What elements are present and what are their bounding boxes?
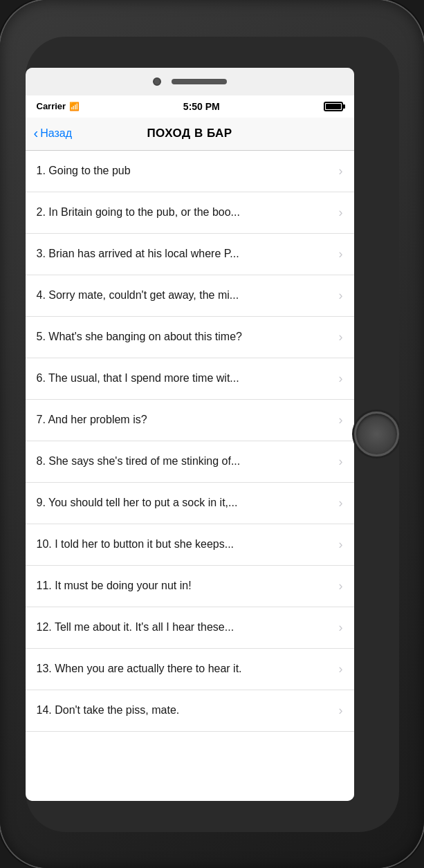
carrier-label: Carrier (37, 101, 66, 111)
list-item[interactable]: 3. Brian has arrived at his local where … (26, 234, 354, 275)
list-item-text: 9. You should tell her to put a sock in … (37, 497, 339, 509)
top-bar (26, 68, 354, 95)
list-item-chevron-icon: › (339, 496, 343, 510)
phone-frame: Carrier 📶 5:50 PM ‹ Назад ПОХОД В БАР (0, 0, 424, 868)
list-item-chevron-icon: › (339, 579, 343, 593)
battery-icon (324, 102, 343, 111)
status-carrier: Carrier 📶 (37, 101, 80, 111)
camera-icon (153, 77, 161, 86)
list-item-chevron-icon: › (339, 537, 343, 552)
list-item-text: 12. Tell me about it. It's all I hear th… (37, 621, 339, 634)
list-item-chevron-icon: › (339, 620, 343, 635)
speaker-icon (172, 79, 227, 84)
home-button-area (354, 403, 399, 465)
list-item-text: 10. I told her to button it but she keep… (37, 538, 339, 551)
list-item-text: 6. The usual, that I spend more time wit… (37, 372, 339, 385)
list-item-text: 13. When you are actually there to hear … (37, 663, 339, 675)
list-item-chevron-icon: › (339, 454, 343, 469)
list-item[interactable]: 8. She says she's tired of me stinking o… (26, 441, 354, 483)
list-item-chevron-icon: › (339, 413, 343, 427)
list-item-chevron-icon: › (339, 288, 343, 303)
list-item-text: 8. She says she's tired of me stinking o… (37, 455, 339, 468)
list-item-chevron-icon: › (339, 330, 343, 344)
list-item-text: 1. Going to the pub (37, 165, 339, 177)
status-time: 5:50 PM (183, 101, 220, 112)
status-right (324, 102, 343, 111)
list-item[interactable]: 5. What's she banging on about this time… (26, 317, 354, 358)
list-item[interactable]: 12. Tell me about it. It's all I hear th… (26, 607, 354, 649)
list-item-chevron-icon: › (339, 371, 343, 386)
list-item-text: 4. Sorry mate, couldn't get away, the mi… (37, 289, 339, 302)
list-item-chevron-icon: › (339, 164, 343, 178)
list-item-chevron-icon: › (339, 662, 343, 676)
screen: Carrier 📶 5:50 PM ‹ Назад ПОХОД В БАР (26, 68, 354, 801)
list-item[interactable]: 9. You should tell her to put a sock in … (26, 483, 354, 524)
page-title: ПОХОД В БАР (147, 127, 232, 140)
home-button[interactable] (354, 412, 399, 456)
list-item[interactable]: 6. The usual, that I spend more time wit… (26, 358, 354, 400)
list-item-text: 3. Brian has arrived at his local where … (37, 248, 339, 260)
list-item-text: 5. What's she banging on about this time… (37, 331, 339, 343)
list-item-chevron-icon: › (339, 205, 343, 220)
list-item[interactable]: 11. It must be doing your nut in!› (26, 566, 354, 607)
list-item[interactable]: 10. I told her to button it but she keep… (26, 524, 354, 566)
back-chevron-icon: ‹ (34, 125, 39, 141)
list-item[interactable]: 7. And her problem is?› (26, 400, 354, 441)
list-item-chevron-icon: › (339, 247, 343, 261)
list-item-text: 11. It must be doing your nut in! (37, 580, 339, 592)
list-item-text: 7. And her problem is? (37, 414, 339, 426)
list-item[interactable]: 4. Sorry mate, couldn't get away, the mi… (26, 275, 354, 317)
wifi-icon: 📶 (69, 102, 80, 111)
back-button[interactable]: ‹ Назад (34, 126, 73, 141)
list-item[interactable]: 2. In Britain going to the pub, or the b… (26, 192, 354, 234)
list-item-text: 14. Don't take the piss, mate. (37, 704, 339, 717)
list-item-text: 2. In Britain going to the pub, or the b… (37, 206, 339, 219)
back-label: Назад (40, 127, 72, 140)
battery-fill (326, 104, 341, 109)
list-item[interactable]: 14. Don't take the piss, mate.› (26, 690, 354, 732)
list-item[interactable]: 1. Going to the pub› (26, 151, 354, 192)
status-bar: Carrier 📶 5:50 PM (26, 95, 354, 118)
list-container: 1. Going to the pub›2. In Britain going … (26, 151, 354, 801)
list-item[interactable]: 13. When you are actually there to hear … (26, 649, 354, 690)
list-item-chevron-icon: › (339, 703, 343, 718)
phone-inner: Carrier 📶 5:50 PM ‹ Назад ПОХОД В БАР (26, 37, 399, 832)
navigation-bar: ‹ Назад ПОХОД В БАР (26, 118, 354, 151)
